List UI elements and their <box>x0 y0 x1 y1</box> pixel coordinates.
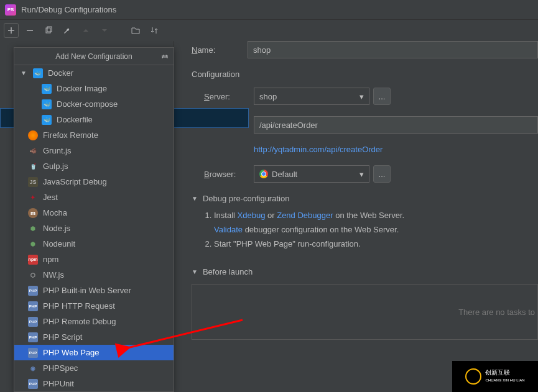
config-type-item[interactable]: ⬡NW.js <box>14 267 174 283</box>
browser-value: Default <box>272 170 356 179</box>
config-type-label: JavaScript Debug <box>43 177 107 186</box>
browser-ellipsis-button[interactable]: ... <box>373 165 391 183</box>
name-input[interactable] <box>248 41 538 58</box>
nw-icon: ⬡ <box>28 270 38 280</box>
watermark-logo-icon <box>465 368 481 385</box>
docker-icon: 🐳 <box>42 84 52 94</box>
before-launch-label: Before launch <box>203 267 253 276</box>
chrome-icon <box>259 170 268 178</box>
config-type-label: Node.js <box>43 224 70 233</box>
config-type-label: PHPUnit <box>43 379 74 388</box>
config-type-label: Nodeunit <box>43 239 75 248</box>
svg-rect-0 <box>46 28 50 33</box>
node-icon: ⬢ <box>28 239 38 249</box>
config-type-item[interactable]: Firefox Remote <box>14 127 174 143</box>
server-value: shop <box>259 92 277 101</box>
docker-icon: 🐳 <box>42 99 52 109</box>
gulp-icon: 🥤 <box>28 162 38 171</box>
collapse-arrow-icon: ▼ <box>192 195 198 202</box>
server-select[interactable]: shop ▾ <box>254 88 369 105</box>
docker-icon: 🐳 <box>42 115 52 125</box>
server-label: Server: <box>204 92 254 101</box>
down-button[interactable] <box>97 23 112 38</box>
config-type-label: PHP Script <box>43 332 82 342</box>
window-title: Run/Debug Configurations <box>21 5 116 14</box>
config-type-item[interactable]: PHPPHPUnit <box>14 376 174 391</box>
wrench-button[interactable] <box>60 23 75 38</box>
expand-arrow-icon: ▼ <box>21 70 27 76</box>
browser-label: Browser: <box>204 170 254 179</box>
name-label: Name: <box>192 45 248 55</box>
config-type-item[interactable]: npmnpm <box>14 252 174 267</box>
full-url-link[interactable]: http://yqtadmin.com/api/createOrder <box>254 145 538 154</box>
phpspec-icon: ◉ <box>28 363 38 373</box>
empty-tasks-text: There are no tasks to <box>458 308 535 317</box>
node-icon: ⬢ <box>28 224 38 234</box>
config-type-item[interactable]: 🐗Grunt.js <box>14 143 174 158</box>
config-type-item[interactable]: JSJavaScript Debug <box>14 174 174 189</box>
copy-button[interactable] <box>41 23 56 38</box>
validate-link[interactable]: Validate <box>214 225 243 234</box>
chevron-down-icon: ▾ <box>359 92 364 101</box>
config-type-item[interactable]: PHPPHP Built-in Web Server <box>14 283 174 298</box>
config-type-label: Docker Image <box>57 84 107 93</box>
config-type-item[interactable]: ✦Jest <box>14 189 174 205</box>
window-titlebar: PS Run/Debug Configurations <box>0 0 538 20</box>
server-ellipsis-button[interactable]: ... <box>373 88 391 105</box>
jest-icon: ✦ <box>28 193 38 203</box>
config-type-item[interactable]: ◉PHPSpec <box>14 360 174 376</box>
up-button[interactable] <box>78 23 93 38</box>
config-type-label: PHP Built-in Web Server <box>43 286 131 295</box>
sort-button[interactable] <box>147 23 162 38</box>
remove-button[interactable] <box>22 23 37 38</box>
config-type-label: PHP Web Page <box>43 348 100 357</box>
php-icon: PHP <box>28 348 38 358</box>
php-icon: PHP <box>28 332 38 342</box>
config-type-item[interactable]: mMocha <box>14 205 174 221</box>
config-type-item[interactable]: 🐳Dockerfile <box>14 112 174 127</box>
config-type-item[interactable]: 🐳Docker Image <box>14 81 174 96</box>
configuration-label: Configuration <box>192 70 538 79</box>
add-configuration-popup: Add New Configuration ▼🐳Docker🐳Docker Im… <box>14 47 174 392</box>
firefox-icon <box>28 130 38 140</box>
popup-list: ▼🐳Docker🐳Docker Image🐳Docker-compose🐳Doc… <box>14 65 174 391</box>
php-icon: PHP <box>28 286 38 296</box>
start-url-input[interactable] <box>254 116 538 134</box>
config-type-item[interactable]: 🐳Docker-compose <box>14 96 174 112</box>
add-button[interactable] <box>4 23 19 38</box>
xdebug-link[interactable]: Xdebug <box>238 211 266 220</box>
config-type-item[interactable]: 🥤Gulp.js <box>14 158 174 174</box>
npm-icon: npm <box>28 255 38 265</box>
folder-button[interactable] <box>128 23 143 38</box>
config-type-item[interactable]: ▼🐳Docker <box>14 65 174 81</box>
config-type-label: Grunt.js <box>43 146 72 155</box>
pin-icon[interactable] <box>160 52 170 62</box>
config-type-label: PHPSpec <box>43 363 78 373</box>
grunt-icon: 🐗 <box>28 146 38 156</box>
config-type-item[interactable]: PHPPHP Web Page <box>14 345 174 360</box>
before-launch-box: There are no tasks to <box>192 284 538 340</box>
config-type-item[interactable]: PHPPHP HTTP Request <box>14 298 174 314</box>
browser-select[interactable]: Default ▾ <box>254 165 369 183</box>
svg-rect-1 <box>47 27 52 32</box>
config-type-item[interactable]: ⬢Node.js <box>14 221 174 236</box>
before-launch-header[interactable]: ▼ Before launch <box>192 267 538 276</box>
docker-icon: 🐳 <box>33 68 43 78</box>
config-type-label: Mocha <box>43 208 67 217</box>
config-type-label: PHP HTTP Request <box>43 301 115 311</box>
config-type-item[interactable]: PHPPHP Script <box>14 329 174 345</box>
php-icon: PHP <box>28 379 38 389</box>
config-type-label: Docker-compose <box>57 99 118 109</box>
php-icon: PHP <box>28 317 38 327</box>
chevron-down-icon: ▾ <box>359 170 364 179</box>
config-editor-panel: Name: Configuration Server: shop ▾ ... S… <box>174 41 538 392</box>
config-type-item[interactable]: ⬢Nodeunit <box>14 236 174 252</box>
debug-preconfig-header[interactable]: ▼ Debug pre-configuration <box>192 194 538 203</box>
phpstorm-icon: PS <box>5 4 16 16</box>
config-type-item[interactable]: PHPPHP Remote Debug <box>14 314 174 329</box>
config-type-label: Docker <box>48 68 73 78</box>
collapse-arrow-icon: ▼ <box>192 268 198 275</box>
config-type-label: Gulp.js <box>43 162 68 171</box>
config-type-label: npm <box>43 255 58 264</box>
zend-debugger-link[interactable]: Zend Debugger <box>277 211 333 220</box>
